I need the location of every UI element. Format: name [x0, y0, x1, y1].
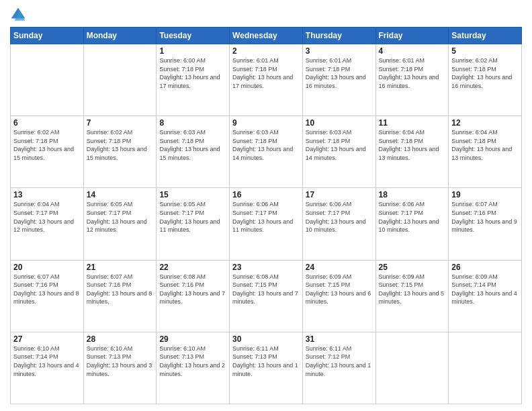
day-info: Sunrise: 6:02 AM Sunset: 7:18 PM Dayligh…	[13, 128, 81, 162]
calendar-cell: 29Sunrise: 6:10 AM Sunset: 7:13 PM Dayli…	[157, 332, 230, 404]
calendar-day-header: Monday	[83, 28, 157, 44]
calendar-day-header: Thursday	[302, 28, 375, 44]
day-info: Sunrise: 6:06 AM Sunset: 7:17 PM Dayligh…	[306, 200, 373, 234]
calendar-cell: 9Sunrise: 6:03 AM Sunset: 7:18 PM Daylig…	[230, 116, 303, 188]
day-number: 23	[232, 263, 300, 272]
day-number: 15	[159, 190, 226, 199]
page: SundayMondayTuesdayWednesdayThursdayFrid…	[0, 0, 532, 411]
calendar-cell: 20Sunrise: 6:07 AM Sunset: 7:16 PM Dayli…	[11, 260, 84, 332]
day-number: 11	[379, 118, 446, 128]
calendar-cell: 19Sunrise: 6:07 AM Sunset: 7:16 PM Dayli…	[449, 188, 522, 260]
calendar-cell: 23Sunrise: 6:08 AM Sunset: 7:15 PM Dayli…	[230, 260, 303, 332]
day-info: Sunrise: 6:01 AM Sunset: 7:18 PM Dayligh…	[306, 56, 373, 90]
day-number: 8	[159, 118, 226, 128]
calendar-day-header: Sunday	[11, 28, 84, 44]
calendar-day-header: Tuesday	[157, 28, 230, 44]
calendar-cell: 28Sunrise: 6:10 AM Sunset: 7:13 PM Dayli…	[83, 332, 157, 404]
day-number: 22	[159, 263, 226, 272]
day-info: Sunrise: 6:07 AM Sunset: 7:16 PM Dayligh…	[451, 200, 519, 234]
day-info: Sunrise: 6:03 AM Sunset: 7:18 PM Dayligh…	[306, 128, 373, 162]
calendar-cell	[449, 332, 522, 404]
day-number: 6	[13, 118, 81, 128]
day-number: 13	[13, 190, 81, 199]
calendar-day-header: Saturday	[449, 28, 522, 44]
day-info: Sunrise: 6:06 AM Sunset: 7:17 PM Dayligh…	[379, 200, 446, 234]
calendar-cell: 25Sunrise: 6:09 AM Sunset: 7:15 PM Dayli…	[375, 260, 449, 332]
calendar-cell: 6Sunrise: 6:02 AM Sunset: 7:18 PM Daylig…	[11, 116, 84, 188]
calendar-cell: 13Sunrise: 6:04 AM Sunset: 7:17 PM Dayli…	[11, 188, 84, 260]
logo-icon	[10, 7, 26, 23]
day-number: 14	[87, 190, 154, 199]
day-info: Sunrise: 6:00 AM Sunset: 7:18 PM Dayligh…	[159, 56, 226, 90]
day-number: 30	[232, 334, 300, 344]
calendar-week-row: 20Sunrise: 6:07 AM Sunset: 7:16 PM Dayli…	[11, 260, 522, 332]
day-number: 19	[451, 190, 519, 199]
calendar-week-row: 27Sunrise: 6:10 AM Sunset: 7:14 PM Dayli…	[11, 332, 522, 404]
calendar-cell: 22Sunrise: 6:08 AM Sunset: 7:16 PM Dayli…	[157, 260, 230, 332]
calendar-cell: 11Sunrise: 6:04 AM Sunset: 7:18 PM Dayli…	[375, 116, 449, 188]
day-info: Sunrise: 6:07 AM Sunset: 7:16 PM Dayligh…	[13, 273, 81, 306]
day-info: Sunrise: 6:02 AM Sunset: 7:18 PM Dayligh…	[87, 128, 154, 162]
calendar-week-row: 13Sunrise: 6:04 AM Sunset: 7:17 PM Dayli…	[11, 188, 522, 260]
day-number: 28	[87, 334, 154, 344]
day-info: Sunrise: 6:07 AM Sunset: 7:16 PM Dayligh…	[87, 273, 154, 306]
day-number: 3	[306, 46, 373, 56]
logo	[10, 7, 29, 23]
day-number: 9	[232, 118, 300, 128]
day-number: 4	[379, 46, 446, 56]
day-info: Sunrise: 6:09 AM Sunset: 7:15 PM Dayligh…	[306, 273, 373, 306]
day-number: 10	[306, 118, 373, 128]
day-info: Sunrise: 6:01 AM Sunset: 7:18 PM Dayligh…	[379, 56, 446, 90]
calendar-cell: 24Sunrise: 6:09 AM Sunset: 7:15 PM Dayli…	[302, 260, 375, 332]
calendar-cell: 1Sunrise: 6:00 AM Sunset: 7:18 PM Daylig…	[157, 44, 230, 116]
calendar-cell	[83, 44, 157, 116]
day-info: Sunrise: 6:04 AM Sunset: 7:17 PM Dayligh…	[13, 200, 81, 234]
day-info: Sunrise: 6:03 AM Sunset: 7:18 PM Dayligh…	[232, 128, 300, 162]
calendar-week-row: 6Sunrise: 6:02 AM Sunset: 7:18 PM Daylig…	[11, 116, 522, 188]
day-number: 17	[306, 190, 373, 199]
day-info: Sunrise: 6:08 AM Sunset: 7:16 PM Dayligh…	[159, 273, 226, 306]
calendar-cell: 2Sunrise: 6:01 AM Sunset: 7:18 PM Daylig…	[230, 44, 303, 116]
day-number: 27	[13, 334, 81, 344]
day-number: 18	[379, 190, 446, 199]
day-number: 5	[451, 46, 519, 56]
header	[10, 7, 522, 23]
day-number: 2	[232, 46, 300, 56]
day-number: 16	[232, 190, 300, 199]
calendar-cell: 5Sunrise: 6:02 AM Sunset: 7:18 PM Daylig…	[449, 44, 522, 116]
day-info: Sunrise: 6:10 AM Sunset: 7:14 PM Dayligh…	[13, 345, 81, 378]
calendar-cell: 16Sunrise: 6:06 AM Sunset: 7:17 PM Dayli…	[230, 188, 303, 260]
day-number: 24	[306, 263, 373, 272]
day-info: Sunrise: 6:11 AM Sunset: 7:12 PM Dayligh…	[306, 345, 373, 378]
day-info: Sunrise: 6:01 AM Sunset: 7:18 PM Dayligh…	[232, 56, 300, 90]
calendar-table: SundayMondayTuesdayWednesdayThursdayFrid…	[10, 27, 522, 404]
day-info: Sunrise: 6:11 AM Sunset: 7:13 PM Dayligh…	[232, 345, 300, 378]
day-info: Sunrise: 6:05 AM Sunset: 7:17 PM Dayligh…	[87, 200, 154, 234]
day-info: Sunrise: 6:04 AM Sunset: 7:18 PM Dayligh…	[451, 128, 519, 162]
day-info: Sunrise: 6:06 AM Sunset: 7:17 PM Dayligh…	[232, 200, 300, 234]
calendar-cell: 14Sunrise: 6:05 AM Sunset: 7:17 PM Dayli…	[83, 188, 157, 260]
calendar-cell: 7Sunrise: 6:02 AM Sunset: 7:18 PM Daylig…	[83, 116, 157, 188]
calendar-cell: 3Sunrise: 6:01 AM Sunset: 7:18 PM Daylig…	[302, 44, 375, 116]
day-number: 20	[13, 263, 81, 272]
calendar-cell: 26Sunrise: 6:09 AM Sunset: 7:14 PM Dayli…	[449, 260, 522, 332]
day-number: 25	[379, 263, 446, 272]
day-number: 26	[451, 263, 519, 272]
day-info: Sunrise: 6:10 AM Sunset: 7:13 PM Dayligh…	[159, 345, 226, 378]
calendar-cell	[375, 332, 449, 404]
day-number: 7	[87, 118, 154, 128]
calendar-cell	[11, 44, 84, 116]
calendar-cell: 8Sunrise: 6:03 AM Sunset: 7:18 PM Daylig…	[157, 116, 230, 188]
calendar-cell: 17Sunrise: 6:06 AM Sunset: 7:17 PM Dayli…	[302, 188, 375, 260]
calendar-cell: 30Sunrise: 6:11 AM Sunset: 7:13 PM Dayli…	[230, 332, 303, 404]
calendar-cell: 21Sunrise: 6:07 AM Sunset: 7:16 PM Dayli…	[83, 260, 157, 332]
day-number: 31	[306, 334, 373, 344]
calendar-cell: 10Sunrise: 6:03 AM Sunset: 7:18 PM Dayli…	[302, 116, 375, 188]
day-number: 29	[159, 334, 226, 344]
day-info: Sunrise: 6:04 AM Sunset: 7:18 PM Dayligh…	[379, 128, 446, 162]
day-info: Sunrise: 6:08 AM Sunset: 7:15 PM Dayligh…	[232, 273, 300, 306]
calendar-cell: 31Sunrise: 6:11 AM Sunset: 7:12 PM Dayli…	[302, 332, 375, 404]
day-info: Sunrise: 6:10 AM Sunset: 7:13 PM Dayligh…	[87, 345, 154, 378]
day-info: Sunrise: 6:03 AM Sunset: 7:18 PM Dayligh…	[159, 128, 226, 162]
calendar-day-header: Friday	[375, 28, 449, 44]
